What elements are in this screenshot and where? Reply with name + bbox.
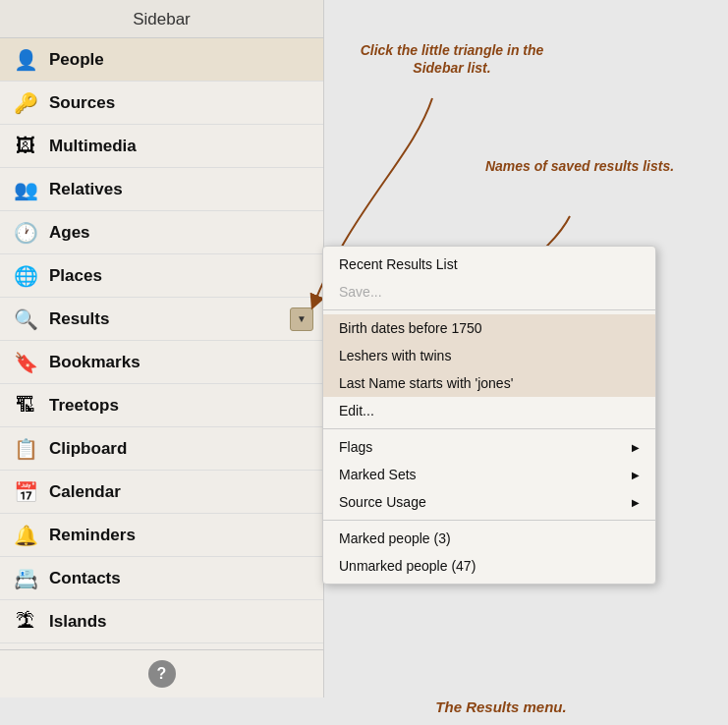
menu-item-label-edit: Edit...: [339, 403, 374, 418]
menu-item-recent-results[interactable]: Recent Results List: [323, 251, 655, 278]
sidebar-item-reminders[interactable]: 🔔 Reminders: [0, 514, 323, 557]
menu-item-save: Save...: [323, 278, 655, 306]
sidebar-item-clipboard[interactable]: 📋 Clipboard: [0, 427, 323, 471]
sidebar-footer: ?: [0, 649, 323, 697]
sidebar-item-label-reminders: Reminders: [49, 526, 136, 545]
people-icon: 👤: [10, 44, 41, 76]
menu-item-label-recent-results: Recent Results List: [339, 256, 458, 272]
menu-item-label-flags: Flags: [339, 439, 372, 455]
menu-item-label-source-usage: Source Usage: [339, 494, 426, 510]
sidebar-item-label-multimedia: Multimedia: [49, 137, 137, 156]
annotation-sidebar-triangle: Click the little triangle in the Sidebar…: [354, 41, 550, 77]
sidebar-item-label-results: Results: [49, 309, 290, 329]
sidebar-item-label-ages: Ages: [49, 223, 90, 243]
ages-icon: 🕐: [10, 217, 41, 249]
calendar-icon: 📅: [10, 476, 41, 508]
menu-item-label-save: Save...: [339, 284, 382, 300]
menu-item-label-last-name: Last Name starts with 'jones': [339, 375, 513, 391]
menu-item-label-unmarked-people: Unmarked people (47): [339, 558, 476, 574]
menu-item-flags[interactable]: Flags▶: [323, 433, 655, 461]
submenu-arrow-marked-sets: ▶: [632, 470, 640, 480]
menu-item-label-leshers: Leshers with twins: [339, 348, 451, 363]
places-icon: 🌐: [10, 260, 41, 292]
sidebar-item-results[interactable]: 🔍 Results: [0, 298, 323, 341]
islands-icon: 🏝: [10, 606, 41, 638]
sidebar-item-relatives[interactable]: 👥 Relatives: [0, 168, 323, 211]
sidebar-item-bookmarks[interactable]: 🔖 Bookmarks: [0, 341, 323, 384]
menu-item-leshers[interactable]: Leshers with twins: [323, 342, 655, 369]
reminders-icon: 🔔: [10, 520, 41, 551]
menu-separator-sep2: [323, 428, 655, 429]
sidebar-item-label-clipboard: Clipboard: [49, 439, 127, 459]
sidebar-item-label-bookmarks: Bookmarks: [49, 353, 140, 372]
menu-item-edit[interactable]: Edit...: [323, 397, 655, 424]
sidebar-item-calendar[interactable]: 📅 Calendar: [0, 471, 323, 514]
menu-item-label-birth-dates: Birth dates before 1750: [339, 320, 482, 336]
relatives-icon: 👥: [10, 174, 41, 205]
sidebar-item-people[interactable]: 👤 People: [0, 38, 323, 82]
menu-separator-sep1: [323, 309, 655, 310]
menu-separator-sep3: [323, 520, 655, 521]
bookmarks-icon: 🔖: [10, 347, 41, 378]
menu-item-marked-people[interactable]: Marked people (3): [323, 525, 655, 552]
sidebar-item-places[interactable]: 🌐 Places: [0, 254, 323, 298]
sources-icon: 🔑: [10, 87, 41, 119]
sidebar-item-ages[interactable]: 🕐 Ages: [0, 211, 323, 254]
sidebar-item-label-calendar: Calendar: [49, 482, 121, 502]
annotation-results-names: Names of saved results lists.: [481, 157, 678, 175]
sidebar-item-label-relatives: Relatives: [49, 180, 123, 199]
results-icon: 🔍: [10, 304, 41, 335]
results-triangle-button[interactable]: [290, 307, 313, 331]
treetops-icon: 🏗: [10, 390, 41, 421]
help-button[interactable]: ?: [148, 660, 176, 688]
sidebar-item-contacts[interactable]: 📇 Contacts: [0, 557, 323, 600]
multimedia-icon: 🖼: [10, 131, 41, 162]
menu-item-marked-sets[interactable]: Marked Sets▶: [323, 461, 655, 488]
menu-item-birth-dates[interactable]: Birth dates before 1750: [323, 314, 655, 342]
sidebar: Sidebar 👤 People 🔑 Sources 🖼 Multimedia …: [0, 0, 324, 697]
menu-item-unmarked-people[interactable]: Unmarked people (47): [323, 552, 655, 580]
sidebar-item-treetops[interactable]: 🏗 Treetops: [0, 384, 323, 427]
sidebar-item-islands[interactable]: 🏝 Islands: [0, 600, 323, 643]
menu-item-label-marked-sets: Marked Sets: [339, 467, 417, 482]
results-dropdown-menu: Recent Results ListSave...Birth dates be…: [322, 246, 656, 585]
submenu-arrow-source-usage: ▶: [632, 497, 640, 508]
menu-item-label-marked-people: Marked people (3): [339, 530, 451, 546]
sidebar-title: Sidebar: [0, 0, 323, 38]
clipboard-icon: 📋: [10, 433, 41, 465]
sidebar-item-label-treetops: Treetops: [49, 396, 119, 416]
annotation-results-menu: The Results menu.: [334, 698, 668, 715]
sidebar-item-label-people: People: [49, 50, 104, 70]
sidebar-item-multimedia[interactable]: 🖼 Multimedia: [0, 125, 323, 168]
sidebar-item-label-contacts: Contacts: [49, 569, 121, 588]
submenu-arrow-flags: ▶: [632, 442, 640, 453]
sidebar-item-label-places: Places: [49, 266, 102, 286]
menu-item-source-usage[interactable]: Source Usage▶: [323, 488, 655, 516]
contacts-icon: 📇: [10, 563, 41, 594]
menu-item-last-name[interactable]: Last Name starts with 'jones': [323, 369, 655, 397]
sidebar-item-label-sources: Sources: [49, 93, 115, 113]
sidebar-item-label-islands: Islands: [49, 612, 107, 632]
sidebar-item-sources[interactable]: 🔑 Sources: [0, 82, 323, 125]
